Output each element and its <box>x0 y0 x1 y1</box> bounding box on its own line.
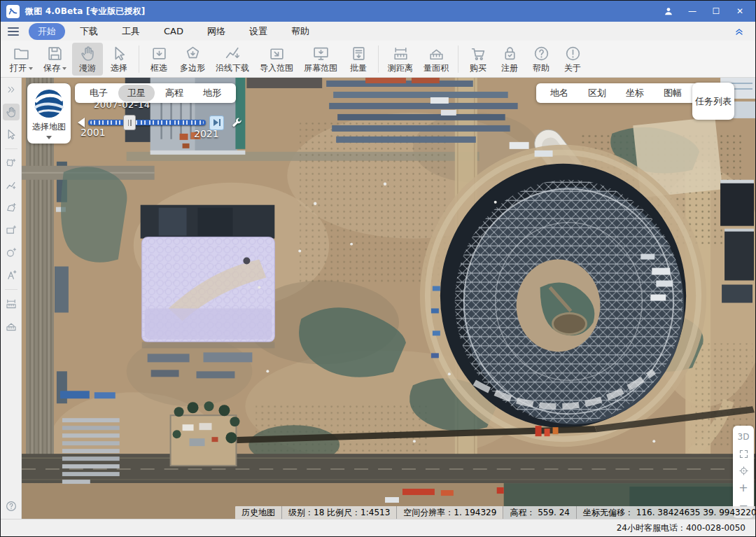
sidebar-measure-area-tool[interactable] <box>3 318 20 335</box>
map-picker-label: 选择地图 <box>32 121 66 133</box>
pan-tool-button[interactable]: 漫游 <box>72 43 103 76</box>
polygon-icon <box>184 45 202 62</box>
toolbar-ribbon: 打开 保存 漫游 选择 框选 多边形 沿线下载 导入范围 屏幕范围 批量 测距离… <box>1 41 755 78</box>
save-button[interactable]: 保存 <box>38 43 71 76</box>
nav-3d-button[interactable]: 3D <box>733 432 754 442</box>
cart-icon <box>470 45 487 62</box>
box-select-button[interactable]: 框选 <box>144 43 174 76</box>
toolbar-separator <box>458 46 458 73</box>
timeline-date-label: 2007-02-14 <box>94 99 150 110</box>
open-button[interactable]: 打开 <box>5 43 38 76</box>
lock-icon <box>501 45 519 62</box>
screen-extent-icon <box>312 45 330 62</box>
service-hotline: 24小时客服电话：400-028-0050 <box>617 522 746 534</box>
screen-extent-button[interactable]: 屏幕范围 <box>299 43 342 76</box>
locate-icon[interactable] <box>733 466 754 476</box>
task-list-button[interactable]: 任务列表 <box>692 83 734 120</box>
layer-tab-elevation[interactable]: 高程 <box>156 85 192 102</box>
dropdown-caret-icon <box>29 67 33 70</box>
batch-icon <box>350 45 368 62</box>
status-level-scale: 级别：18 比例尺：1:4513 <box>281 506 396 519</box>
timeline-end-year: 2021 <box>194 128 219 139</box>
coordinates-button[interactable]: 坐标 <box>616 85 654 102</box>
map-sheet-button[interactable]: 图幅 <box>654 85 692 102</box>
add-shape-tool[interactable] <box>3 155 20 172</box>
status-elevation: 高程： 559. 24 <box>503 506 576 519</box>
import-extent-button[interactable]: 导入范围 <box>255 43 298 76</box>
app-logo-icon <box>6 5 20 18</box>
menu-tab-network[interactable]: 网络 <box>198 23 234 40</box>
status-resolution: 空间分辨率：1. 194329 <box>396 506 503 519</box>
measure-area-icon <box>428 45 445 62</box>
select-tool-button[interactable]: 选择 <box>104 43 134 76</box>
maximize-button[interactable]: ☐ <box>705 3 727 20</box>
timeline-start-year: 2001 <box>80 127 106 138</box>
menu-tab-tools[interactable]: 工具 <box>113 23 149 40</box>
measure-distance-icon <box>392 45 410 62</box>
menu-tab-download[interactable]: 下载 <box>71 23 107 40</box>
menu-tab-start[interactable]: 开始 <box>29 23 65 40</box>
sidebar-help-icon[interactable] <box>3 498 20 515</box>
map-source-picker[interactable]: 选择地图 <box>27 83 71 144</box>
measure-area-button[interactable]: 量面积 <box>419 43 454 76</box>
districts-button[interactable]: 区划 <box>578 85 616 102</box>
globe-logo-icon <box>34 88 64 119</box>
menu-tab-settings[interactable]: 设置 <box>240 23 276 40</box>
menu-tab-help[interactable]: 帮助 <box>282 23 318 40</box>
measure-distance-button[interactable]: 测距离 <box>383 43 418 76</box>
sidebar-measure-distance-tool[interactable] <box>3 295 20 312</box>
polyline-download-button[interactable]: 沿线下载 <box>211 43 254 76</box>
sidebar-select-tool[interactable] <box>3 126 20 143</box>
add-text-tool[interactable] <box>3 267 20 284</box>
sidebar-separator <box>5 289 18 290</box>
add-area-tool[interactable] <box>3 200 20 216</box>
batch-button[interactable]: 批量 <box>343 43 374 76</box>
save-icon <box>46 45 64 62</box>
hamburger-menu-icon[interactable] <box>8 27 19 36</box>
chevron-down-icon <box>46 136 52 139</box>
app-window: 微图 4.0Beta [专业版已授权] — ☐ ✕ 开始 下载 工具 CAD 网… <box>0 0 756 537</box>
register-button[interactable]: 注册 <box>494 43 525 76</box>
layer-tab-terrain[interactable]: 地形 <box>194 85 230 102</box>
timeline-prev-icon[interactable] <box>78 118 85 127</box>
map-nav-controls: 3D + − <box>733 426 754 518</box>
import-extent-icon <box>268 45 286 62</box>
box-select-icon <box>150 45 168 62</box>
user-account-icon[interactable] <box>657 3 680 20</box>
add-rectangle-tool[interactable] <box>3 222 20 239</box>
help-button[interactable]: 帮助 <box>526 43 556 76</box>
polyline-download-icon <box>224 45 241 62</box>
close-button[interactable]: ✕ <box>729 3 751 20</box>
sidebar-pan-tool[interactable] <box>3 104 20 120</box>
place-names-button[interactable]: 地名 <box>540 85 578 102</box>
hand-icon <box>79 45 97 62</box>
polygon-button[interactable]: 多边形 <box>175 43 210 76</box>
zoom-in-button[interactable]: + <box>733 482 754 494</box>
fullscreen-icon[interactable] <box>733 449 754 459</box>
menu-bar: 开始 下载 工具 CAD 网络 设置 帮助 <box>1 22 755 41</box>
minimize-button[interactable]: — <box>681 3 704 20</box>
menu-tab-cad[interactable]: CAD <box>155 24 192 39</box>
left-tool-strip <box>1 78 22 519</box>
exclamation-icon <box>564 45 582 62</box>
title-bar: 微图 4.0Beta [专业版已授权] — ☐ ✕ <box>1 1 755 22</box>
dropdown-caret-icon <box>62 67 66 70</box>
about-button[interactable]: 关于 <box>557 43 588 76</box>
status-history-map: 历史地图 <box>235 506 281 519</box>
toolbar-separator <box>378 46 379 73</box>
purchase-button[interactable]: 购买 <box>463 43 493 76</box>
expand-panel-icon[interactable] <box>3 81 20 98</box>
folder-icon <box>13 45 30 62</box>
question-icon <box>533 45 550 62</box>
add-circle-tool[interactable] <box>3 244 20 261</box>
satellite-imagery <box>22 78 755 519</box>
window-title: 微图 4.0Beta [专业版已授权] <box>25 6 146 18</box>
status-coordinates: 坐标无偏移： 116. 38424635 39. 9943220 <box>576 506 755 519</box>
timeline-settings-wrench-icon[interactable] <box>230 116 243 129</box>
map-viewport[interactable]: 选择地图 电子 卫星 高程 地形 2007-02-14 2 <box>22 78 755 519</box>
add-polyline-tool[interactable] <box>3 177 20 194</box>
sidebar-separator <box>5 148 18 149</box>
collapse-ribbon-icon[interactable] <box>732 25 747 39</box>
timeline-slider-handle[interactable] <box>123 115 136 130</box>
timeline-slider[interactable] <box>88 120 206 125</box>
